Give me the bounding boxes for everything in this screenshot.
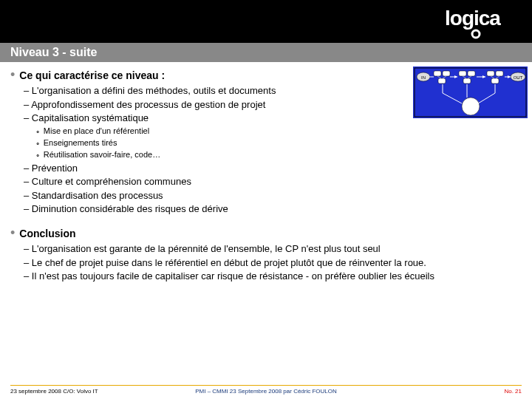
list-item: Il n'est pas toujours facile de capitali… [24,270,522,283]
bullet-icon: • [10,68,15,81]
list-item: Prévention [24,162,522,175]
header-banner: logica [0,0,532,43]
footer-title: PMI – CMMI 23 Septembre 2008 par Cédric … [195,388,337,395]
list-item: L'organisation est garante de la pérenni… [24,242,522,256]
list-item: Standardisation des processus [24,189,522,202]
slide-number: No. 21 [504,388,522,395]
svg-text:logica: logica [445,7,501,30]
list-item: Culture et compréhension communes [24,175,522,188]
slide-content: IN OUT [0,62,532,283]
slide-title: Niveau 3 - suite [0,43,532,62]
slide-footer: 23 septembre 2008 C/O: Volvo IT PMI – CM… [0,385,532,395]
heading-text: Ce qui caractérise ce niveau : [19,69,165,81]
sub-list-item: Enseignements tirés [35,137,522,149]
sub-list-item: Mise en place d'un référentiel [35,126,522,137]
svg-rect-17 [496,71,503,76]
svg-rect-16 [487,71,494,76]
svg-rect-13 [463,78,471,83]
list-item: Diminution considérable des risques de d… [24,202,522,216]
svg-rect-12 [468,71,475,76]
svg-point-28 [462,98,480,115]
list-item: Le chef de projet puise dans le référent… [24,256,522,270]
process-diagram: IN OUT [413,66,528,118]
footer-divider [10,385,522,386]
svg-rect-11 [459,71,466,76]
logo: logica [445,7,511,43]
svg-rect-7 [443,71,450,76]
svg-rect-6 [434,71,441,76]
svg-rect-8 [438,78,446,83]
svg-rect-18 [491,78,499,83]
heading-text: Conclusion [19,228,75,239]
bullet-icon: • [10,226,15,239]
diagram-out-label: OUT [514,75,523,80]
sub-list-item: Réutilisation savoir-faire, code… [35,149,522,160]
footer-date: 23 septembre 2008 C/O: Volvo IT [10,388,98,395]
svg-point-1 [472,30,480,38]
section-heading-2: • Conclusion [10,226,522,239]
diagram-in-label: IN [421,75,426,80]
